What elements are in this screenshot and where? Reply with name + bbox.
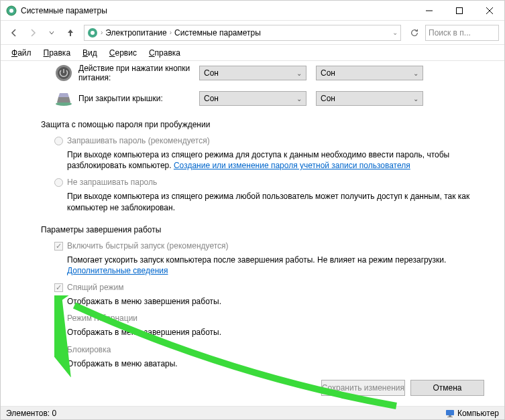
status-items: Элементов: 0: [6, 409, 56, 418]
svg-rect-3: [456, 7, 462, 13]
laptop-icon: [54, 89, 73, 108]
chk2-desc: Отображать в меню завершения работы.: [67, 296, 478, 307]
titlebar: Системные параметры: [1, 1, 504, 21]
cancel-button[interactable]: Отмена: [410, 380, 484, 396]
check-label: Режим гибернации: [67, 313, 137, 323]
svg-rect-13: [447, 417, 453, 417]
maximize-button[interactable]: [444, 1, 474, 21]
menu-file[interactable]: Файл: [6, 47, 37, 59]
menu-view[interactable]: Вид: [77, 47, 103, 59]
check-label: Спящий режим: [67, 283, 123, 292]
power-button-icon: [54, 64, 73, 82]
check-label: Блокировка: [67, 345, 111, 354]
statusbar: Элементов: 0 Компьютер: [1, 406, 504, 419]
shutdown-section-header: Параметры завершения работы: [41, 225, 491, 234]
checkbox-icon: [54, 242, 63, 251]
chk4-desc: Отображать в меню аватары.: [67, 358, 478, 369]
content-area: Действие при нажатии кнопки питания: Сон…: [1, 61, 504, 406]
create-password-link[interactable]: Создание или изменение пароля учетной за…: [174, 161, 410, 170]
checkbox-icon: [54, 283, 63, 292]
menu-help[interactable]: Справка: [144, 47, 186, 59]
chevron-down-icon: ⌄: [296, 95, 302, 102]
checkbox-icon: [54, 314, 63, 323]
password-section-header: Защита с помощью пароля при пробуждении: [41, 120, 491, 129]
chevron-down-icon: ⌄: [413, 95, 418, 102]
chevron-right-icon: ›: [170, 29, 172, 36]
radio-label: Не запрашивать пароль: [67, 178, 157, 187]
svg-point-7: [91, 31, 95, 35]
svg-rect-12: [449, 415, 451, 417]
check-hibernation: Режим гибернации: [54, 313, 491, 323]
button-row: Сохранить изменения Отмена: [54, 380, 484, 396]
chevron-down-icon: ⌄: [413, 70, 418, 77]
radio1-desc: При выходе компьютера из спящего режима …: [67, 149, 478, 171]
navbar: › Электропитание › Системные параметры ⌄…: [1, 21, 504, 45]
computer-icon: [445, 409, 455, 418]
chevron-right-icon: ›: [101, 29, 103, 36]
save-button[interactable]: Сохранить изменения: [321, 380, 405, 396]
chevron-down-icon[interactable]: ⌄: [392, 29, 398, 36]
check-label: Включить быстрый запуск (рекомендуется): [67, 241, 229, 251]
lid-close-battery-select[interactable]: Сон⌄: [199, 91, 306, 106]
radio-icon: [54, 137, 63, 145]
power-button-plugged-select[interactable]: Сон⌄: [316, 66, 423, 80]
radio2-desc: При выходе компьютера из спящего режима …: [67, 191, 478, 212]
radio-icon: [54, 178, 63, 187]
power-icon: [87, 27, 98, 38]
search-input[interactable]: Поиск в п...: [425, 25, 499, 41]
breadcrumb-item[interactable]: Электропитание: [105, 28, 166, 38]
forward-button[interactable]: [25, 25, 41, 41]
refresh-button[interactable]: [406, 25, 423, 41]
lid-close-row: При закрытии крышки: Сон⌄ Сон⌄: [54, 89, 491, 108]
up-button[interactable]: [62, 25, 78, 41]
menu-service[interactable]: Сервис: [104, 47, 142, 59]
breadcrumb-item[interactable]: Системные параметры: [174, 28, 261, 38]
power-button-row: Действие при нажатии кнопки питания: Сон…: [54, 64, 491, 82]
svg-point-1: [9, 9, 13, 13]
svg-rect-11: [446, 410, 454, 415]
chk3-desc: Отображать в меню завершения работы.: [67, 327, 478, 338]
recent-dropdown[interactable]: [44, 25, 60, 41]
power-button-battery-select[interactable]: Сон⌄: [199, 66, 306, 80]
minimize-button[interactable]: [414, 1, 444, 21]
menubar: Файл Правка Вид Сервис Справка: [1, 45, 504, 61]
radio-require-password: Запрашивать пароль (рекомендуется): [54, 136, 491, 145]
window-title: Системные параметры: [21, 6, 414, 15]
lid-close-plugged-select[interactable]: Сон⌄: [316, 91, 423, 106]
status-computer: Компьютер: [445, 409, 499, 418]
more-info-link[interactable]: Дополнительные сведения: [67, 266, 168, 275]
chk1-desc: Помогает ускорить запуск компьютера посл…: [67, 255, 478, 276]
close-button[interactable]: [474, 1, 504, 21]
chevron-down-icon: ⌄: [296, 70, 302, 77]
radio-no-password: Не запрашивать пароль: [54, 178, 491, 187]
lid-close-label: При закрытии крышки:: [78, 94, 199, 103]
menu-edit[interactable]: Правка: [38, 47, 76, 59]
check-lock: Блокировка: [54, 345, 491, 354]
breadcrumb[interactable]: › Электропитание › Системные параметры ⌄: [84, 25, 401, 41]
power-button-label: Действие при нажатии кнопки питания:: [78, 64, 199, 82]
checkbox-icon: [54, 346, 63, 354]
check-fast-startup: Включить быстрый запуск (рекомендуется): [54, 241, 491, 251]
check-sleep: Спящий режим: [54, 283, 491, 292]
radio-label: Запрашивать пароль (рекомендуется): [67, 136, 210, 145]
back-button[interactable]: [6, 25, 22, 41]
app-icon: [6, 5, 17, 16]
